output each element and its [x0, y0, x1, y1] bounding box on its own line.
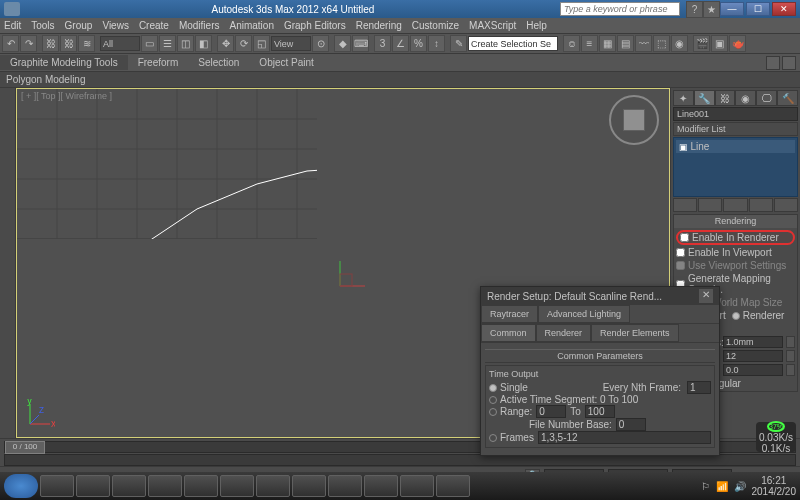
- viewcube[interactable]: [609, 95, 659, 145]
- unlink-icon[interactable]: ⛓: [60, 35, 77, 52]
- remove-modifier-icon[interactable]: [749, 198, 773, 212]
- close-button[interactable]: ✕: [772, 2, 796, 16]
- taskbar-item[interactable]: [40, 475, 74, 497]
- taskbar-item[interactable]: [76, 475, 110, 497]
- sides-spinner[interactable]: 12: [723, 350, 783, 362]
- taskbar-item[interactable]: [112, 475, 146, 497]
- help-search[interactable]: [560, 2, 680, 16]
- windows-taskbar[interactable]: ⚐ 📶 🔊 16:21 2014/2/20: [0, 472, 800, 500]
- select-region-icon[interactable]: ◫: [177, 35, 194, 52]
- thickness-spinner[interactable]: 1.0mm: [723, 336, 783, 348]
- render-production-icon[interactable]: 🫖: [729, 35, 746, 52]
- scale-icon[interactable]: ◱: [253, 35, 270, 52]
- every-nth-spinner[interactable]: 1: [687, 381, 711, 394]
- star-icon[interactable]: ★: [703, 1, 720, 18]
- tab-raytracer[interactable]: Raytracer: [481, 305, 538, 323]
- selection-filter-dropdown[interactable]: All: [100, 36, 140, 51]
- align-icon[interactable]: ≡: [581, 35, 598, 52]
- render-setup-dialog[interactable]: Render Setup: Default Scanline Rend... ✕…: [480, 286, 720, 456]
- bind-space-warp-icon[interactable]: ≋: [78, 35, 95, 52]
- minimize-button[interactable]: —: [720, 2, 744, 16]
- manipulate-icon[interactable]: ◆: [334, 35, 351, 52]
- rollout-header[interactable]: Rendering: [674, 215, 797, 228]
- spinner-snap-icon[interactable]: ↕: [428, 35, 445, 52]
- angle-spinner[interactable]: 0.0: [723, 364, 783, 376]
- taskbar-item[interactable]: [184, 475, 218, 497]
- menu-group[interactable]: Group: [65, 20, 93, 31]
- dialog-titlebar[interactable]: Render Setup: Default Scanline Rend... ✕: [481, 287, 719, 305]
- help-search-input[interactable]: [561, 4, 679, 14]
- file-number-spinner[interactable]: 0: [616, 418, 646, 431]
- polygon-modeling-panel[interactable]: Polygon Modeling: [6, 74, 86, 85]
- spinner-arrows-icon[interactable]: [786, 336, 795, 348]
- menu-modifiers[interactable]: Modifiers: [179, 20, 220, 31]
- menu-graph-editors[interactable]: Graph Editors: [284, 20, 346, 31]
- taskbar-item[interactable]: [328, 475, 362, 497]
- use-viewport-settings-checkbox[interactable]: Use Viewport Settings: [676, 260, 795, 271]
- hierarchy-tab-icon[interactable]: ⛓: [715, 90, 736, 106]
- range-from-spinner[interactable]: 0: [536, 405, 566, 418]
- start-button[interactable]: [4, 474, 38, 498]
- display-tab-icon[interactable]: 🖵: [756, 90, 777, 106]
- rendered-frame-icon[interactable]: ▣: [711, 35, 728, 52]
- angle-snap-icon[interactable]: ∠: [392, 35, 409, 52]
- percent-snap-icon[interactable]: %: [410, 35, 427, 52]
- taskbar-item[interactable]: [400, 475, 434, 497]
- named-selection-dropdown[interactable]: Create Selection Se: [468, 36, 558, 51]
- menu-rendering[interactable]: Rendering: [356, 20, 402, 31]
- taskbar-item[interactable]: [148, 475, 182, 497]
- infocenter-icon[interactable]: ?: [686, 1, 703, 18]
- window-crossing-icon[interactable]: ◧: [195, 35, 212, 52]
- tray-volume-icon[interactable]: 🔊: [734, 481, 746, 492]
- material-editor-icon[interactable]: ◉: [671, 35, 688, 52]
- render-setup-icon[interactable]: 🎬: [693, 35, 710, 52]
- menu-customize[interactable]: Customize: [412, 20, 459, 31]
- object-name-field[interactable]: [673, 107, 798, 121]
- time-slider-handle[interactable]: 0 / 100: [5, 441, 45, 454]
- use-center-icon[interactable]: ⊙: [312, 35, 329, 52]
- link-icon[interactable]: ⛓: [42, 35, 59, 52]
- network-speed-widget[interactable]: 37% 0.03K/s 0.1K/s: [756, 422, 796, 452]
- tray-time[interactable]: 16:21: [752, 475, 797, 486]
- tray-date[interactable]: 2014/2/20: [752, 486, 797, 497]
- edit-named-sel-icon[interactable]: ✎: [450, 35, 467, 52]
- maximize-button[interactable]: ☐: [746, 2, 770, 16]
- graphite-icon[interactable]: ▤: [617, 35, 634, 52]
- tray-flag-icon[interactable]: ⚐: [701, 481, 710, 492]
- curve-editor-icon[interactable]: 〰: [635, 35, 652, 52]
- menu-views[interactable]: Views: [102, 20, 129, 31]
- stack-item-line[interactable]: ▣ Line: [676, 140, 795, 153]
- modifier-list-dropdown[interactable]: Modifier List: [673, 122, 798, 136]
- keyboard-shortcut-icon[interactable]: ⌨: [352, 35, 369, 52]
- transform-gizmo[interactable]: [330, 256, 370, 296]
- range-radio[interactable]: Range:: [489, 406, 532, 417]
- frames-field[interactable]: 1,3,5-12: [538, 431, 711, 444]
- menu-create[interactable]: Create: [139, 20, 169, 31]
- schematic-view-icon[interactable]: ⬚: [653, 35, 670, 52]
- ribbon-minimize-icon[interactable]: [766, 56, 780, 70]
- undo-icon[interactable]: ↶: [2, 35, 19, 52]
- taskbar-item[interactable]: [220, 475, 254, 497]
- create-tab-icon[interactable]: ✦: [673, 90, 694, 106]
- single-radio[interactable]: Single: [489, 382, 528, 393]
- tab-graphite-modeling[interactable]: Graphite Modeling Tools: [0, 55, 128, 70]
- snap-toggle-icon[interactable]: 3: [374, 35, 391, 52]
- active-segment-radio[interactable]: Active Time Segment: 0 To 100: [489, 394, 711, 405]
- modifier-stack[interactable]: ▣ Line: [673, 137, 798, 197]
- taskbar-item[interactable]: [292, 475, 326, 497]
- ribbon-expand-icon[interactable]: [782, 56, 796, 70]
- enable-in-renderer-checkbox[interactable]: Enable In Renderer: [680, 232, 791, 243]
- tab-freeform[interactable]: Freeform: [128, 55, 189, 70]
- menu-animation[interactable]: Animation: [229, 20, 273, 31]
- enable-in-viewport-checkbox[interactable]: Enable In Viewport: [676, 247, 795, 258]
- menu-tools[interactable]: Tools: [31, 20, 54, 31]
- make-unique-icon[interactable]: [723, 198, 747, 212]
- spinner-arrows-icon[interactable]: [786, 350, 795, 362]
- menu-edit[interactable]: Edit: [4, 20, 21, 31]
- spinner-arrows-icon[interactable]: [786, 364, 795, 376]
- layer-manager-icon[interactable]: ▦: [599, 35, 616, 52]
- tab-selection[interactable]: Selection: [188, 55, 249, 70]
- utilities-tab-icon[interactable]: 🔨: [777, 90, 798, 106]
- frames-radio[interactable]: Frames: [489, 432, 534, 443]
- tab-object-paint[interactable]: Object Paint: [249, 55, 323, 70]
